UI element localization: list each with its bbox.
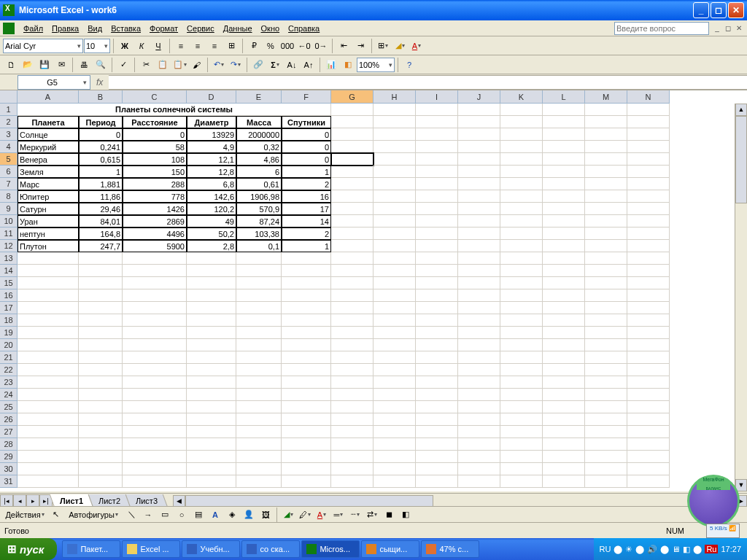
cell[interactable]: 16 [282,190,331,203]
cell[interactable] [331,351,374,364]
cell[interactable] [500,302,543,314]
cell[interactable] [374,190,416,203]
cell[interactable] [585,128,627,141]
cell[interactable] [236,389,282,401]
row-header[interactable]: 4 [0,141,18,153]
cell[interactable] [416,438,458,451]
cell[interactable] [416,203,458,215]
menu-window[interactable]: Окно [257,23,285,34]
cell[interactable] [458,252,500,265]
cell[interactable] [458,339,500,351]
taskbar-button[interactable]: 47% с... [421,540,479,558]
cell[interactable] [79,351,123,364]
cell[interactable]: 0,32 [236,141,282,153]
increase-decimal-button[interactable]: ←0 [296,38,312,54]
cell[interactable]: 2 [282,178,331,190]
cell[interactable]: Сатурн [18,203,79,215]
comma-button[interactable]: 000 [279,38,295,54]
cell[interactable] [500,413,543,426]
menu-format[interactable]: Формат [145,23,182,34]
cell[interactable] [374,215,416,228]
cell[interactable] [374,277,416,289]
cell[interactable] [500,438,543,451]
cell[interactable]: 0 [79,128,123,141]
close-button[interactable]: ✕ [728,2,744,18]
row-header[interactable]: 18 [0,314,18,327]
cell[interactable]: 84,01 [79,215,123,228]
arrow-style-button[interactable]: ⇄ [364,507,380,523]
format-painter-button[interactable]: 🖌 [188,57,204,73]
cell[interactable] [374,178,416,190]
cell[interactable] [500,426,543,438]
cell[interactable] [543,475,585,488]
3d-button[interactable]: ◧ [398,507,414,523]
arrow-button[interactable]: → [140,507,156,523]
cell[interactable] [627,203,670,215]
cell[interactable] [416,252,458,265]
row-header[interactable]: 30 [0,463,18,475]
cell[interactable] [543,166,585,178]
cell[interactable] [236,327,282,339]
cell[interactable] [374,351,416,364]
doc-close-button[interactable]: ✕ [734,23,744,34]
cell[interactable]: 120,2 [187,203,236,215]
cell[interactable] [236,426,282,438]
cell[interactable] [500,153,543,166]
cell[interactable]: 142,6 [187,190,236,203]
dash-style-button[interactable]: ┈ [347,507,363,523]
cell[interactable] [543,252,585,265]
cell[interactable] [374,314,416,327]
cell[interactable] [416,327,458,339]
cell[interactable] [627,364,670,376]
cell[interactable] [543,178,585,190]
cell[interactable] [416,389,458,401]
cell[interactable] [374,104,416,116]
cell[interactable] [585,463,627,475]
font-select[interactable]: Arial Cyr [3,39,83,53]
cell[interactable] [416,128,458,141]
cell[interactable] [123,277,187,289]
cell[interactable] [627,252,670,265]
cell[interactable] [187,426,236,438]
cell[interactable] [416,314,458,327]
cut-button[interactable]: ✂ [138,57,154,73]
cell[interactable] [416,265,458,277]
cell[interactable] [543,289,585,302]
cell[interactable] [236,265,282,277]
cell[interactable] [500,314,543,327]
cell[interactable] [18,314,79,327]
cell[interactable] [627,475,670,488]
cell[interactable] [585,426,627,438]
cell[interactable] [627,463,670,475]
cell[interactable] [331,302,374,314]
cell[interactable] [236,451,282,463]
cell[interactable] [627,438,670,451]
cell[interactable]: Планета [18,116,79,128]
cell[interactable] [543,364,585,376]
cell[interactable] [282,438,331,451]
row-header[interactable]: 7 [0,178,18,190]
cell[interactable]: 4,9 [187,141,236,153]
system-tray[interactable]: RU ⬤ ☀ ⬤ 🔊 ⬤ 🖥 ◧ ⬤ Ru 17:27 [594,538,747,560]
menu-data[interactable]: Данные [219,23,257,34]
cell[interactable] [331,252,374,265]
cell[interactable] [627,289,670,302]
cell[interactable] [123,389,187,401]
cell[interactable] [585,141,627,153]
cell[interactable] [236,289,282,302]
megafon-widget[interactable]: МегаФонБАЛАНС [687,475,740,527]
cell[interactable] [500,351,543,364]
doc-restore-button[interactable]: ◻ [723,23,733,34]
row-header[interactable]: 15 [0,277,18,289]
cell[interactable] [500,252,543,265]
autoshapes-button[interactable]: Автофигуры [64,507,123,523]
shadow-button[interactable]: ◼ [381,507,397,523]
oval-button[interactable]: ○ [174,507,190,523]
cell[interactable] [374,153,416,166]
cell[interactable] [331,215,374,228]
cell[interactable] [123,289,187,302]
cell[interactable] [585,289,627,302]
cell[interactable] [187,438,236,451]
cell[interactable]: 2869 [123,215,187,228]
cell[interactable] [18,252,79,265]
